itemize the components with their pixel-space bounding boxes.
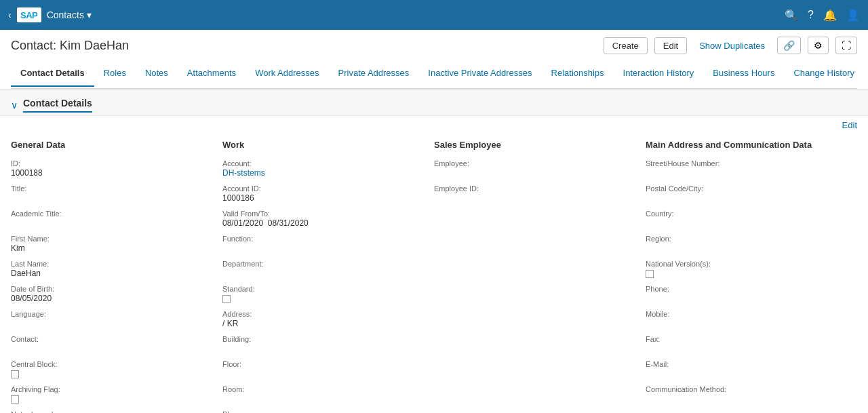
field-central-block: Central Block: [11,360,214,378]
field-contact: Contact: [11,335,214,353]
central-block-checkbox [11,370,19,378]
sales-employee-title: Sales Employee [434,140,637,151]
work-column: Work Account: DH-ststems Account ID: 100… [222,140,434,413]
field-main-fax: Fax: [646,335,849,353]
create-button[interactable]: Create [604,37,648,54]
tab-roles[interactable]: Roles [94,61,136,87]
help-icon[interactable]: ? [808,9,814,21]
field-building: Building: [222,335,426,353]
field-region: Region: [646,235,849,253]
back-button[interactable]: ‹ [8,9,12,20]
tab-business-hours[interactable]: Business Hours [703,61,784,87]
field-work-phone: Phone: +82 (10) 00000000 [222,410,426,413]
field-main-mobile: Mobile: [646,310,849,328]
field-archiving-flag: Archiving Flag: [11,385,214,404]
search-icon[interactable]: 🔍 [785,9,798,22]
field-main-phone: Phone: [646,285,849,303]
field-address: Address: / KR [222,310,426,328]
field-account: Account: DH-ststems [222,159,426,178]
tab-contact-details[interactable]: Contact Details [11,61,94,87]
header-actions: Create Edit Show Duplicates 🔗 ⚙ ⛶ [604,37,857,54]
section-edit-bar: Edit [0,116,868,134]
field-function: Function: [222,235,426,253]
section-header: ∨ Contact Details [0,90,868,116]
field-account-id: Account ID: 1000186 [222,184,426,203]
tab-bar: Contact Details Roles Notes Attachments … [11,60,857,89]
page-title: Contact: Kim DaeHan [11,39,129,53]
general-data-column: General Data ID: 1000188 Title: Academic… [11,140,222,413]
nav-left: ‹ SAP Contacts ▾ [8,7,92,22]
data-grid: General Data ID: 1000188 Title: Academic… [0,134,868,413]
tab-attachments[interactable]: Attachments [178,61,245,87]
field-date-of-birth: Date of Birth: 08/05/2020 [11,285,214,303]
main-address-column: Main Address and Communication Data Stre… [646,140,857,413]
field-valid-from-to: Valid From/To: 08/01/2020 08/31/2020 [222,210,426,228]
sap-logo: SAP [17,7,41,22]
field-national-versions: National Version(s): [646,260,849,278]
tab-notes[interactable]: Notes [136,61,178,87]
app-title[interactable]: Contacts ▾ [47,9,92,20]
standard-checkbox [222,295,231,303]
national-versions-checkbox [646,270,654,278]
nav-icons: 🔍 ? 🔔 👤 [785,9,860,22]
edit-button[interactable]: Edit [654,37,687,54]
field-last-name: Last Name: DaeHan [11,260,214,278]
tab-inactive-private-addresses[interactable]: Inactive Private Addresses [418,61,541,87]
tab-interaction-history[interactable]: Interaction History [614,61,704,87]
field-standard: Standard: [222,285,426,303]
top-navigation: ‹ SAP Contacts ▾ 🔍 ? 🔔 👤 [0,0,868,30]
field-first-name: First Name: Kim [11,235,214,253]
field-communication-method: Communication Method: [646,385,849,404]
sales-employee-column: Sales Employee Employee: Employee ID: [434,140,646,413]
main-content: ∨ Contact Details Edit General Data ID: … [0,90,868,413]
field-employee: Employee: [434,159,637,178]
field-department: Department: [222,260,426,278]
account-link[interactable]: DH-ststems [222,168,426,178]
page-header: Contact: Kim DaeHan Create Edit Show Dup… [0,30,868,90]
tab-private-addresses[interactable]: Private Addresses [329,61,419,87]
general-data-title: General Data [11,140,214,151]
field-not-released: Not released: [11,410,214,413]
section-title: Contact Details [23,98,92,113]
tab-change-history[interactable]: Change History [784,61,857,87]
field-postal-code-city: Postal Code/City: [646,184,849,203]
archiving-flag-checkbox [11,395,19,404]
tab-relationships[interactable]: Relationships [542,61,614,87]
section-edit-button[interactable]: Edit [842,120,857,130]
field-country: Country: [646,210,849,228]
share-icon[interactable]: 🔗 [777,37,801,54]
field-floor: Floor: [222,360,426,378]
field-main-email: E-Mail: [646,360,849,378]
section-toggle-button[interactable]: ∨ [11,100,18,111]
show-duplicates-button[interactable]: Show Duplicates [694,38,770,54]
field-title: Title: [11,184,214,203]
notification-icon[interactable]: 🔔 [823,9,837,22]
field-id: ID: 1000188 [11,159,214,178]
settings-icon[interactable]: ⚙ [808,37,829,54]
user-icon[interactable]: 👤 [846,9,860,22]
field-language: Language: [11,310,214,328]
work-title: Work [222,140,426,151]
main-address-title: Main Address and Communication Data [646,140,849,151]
field-room: Room: [222,385,426,404]
field-street-house: Street/House Number: [646,159,849,178]
field-academic-title: Academic Title: [11,210,214,228]
fullscreen-icon[interactable]: ⛶ [835,37,857,54]
field-employee-id: Employee ID: [434,184,637,203]
tab-work-addresses[interactable]: Work Addresses [245,61,328,87]
